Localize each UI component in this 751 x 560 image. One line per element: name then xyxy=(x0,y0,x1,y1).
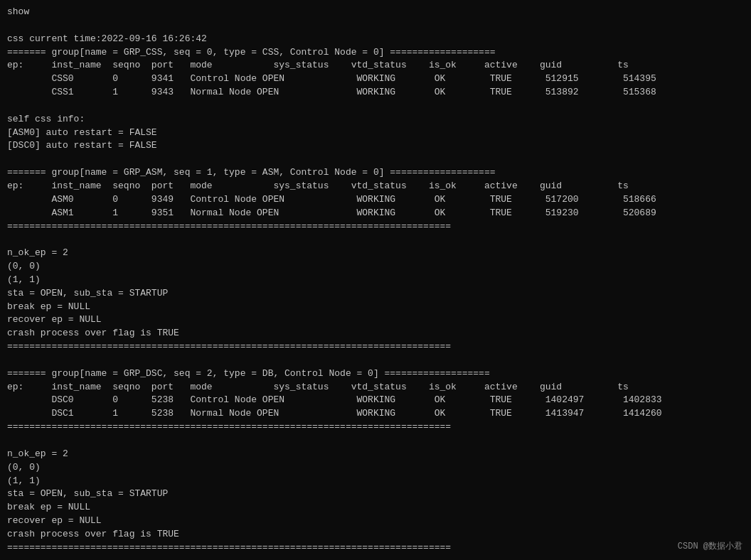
watermark: CSDN @数据小君 xyxy=(678,541,742,553)
terminal-output: show css current time:2022-09-16 16:26:4… xyxy=(7,6,744,555)
